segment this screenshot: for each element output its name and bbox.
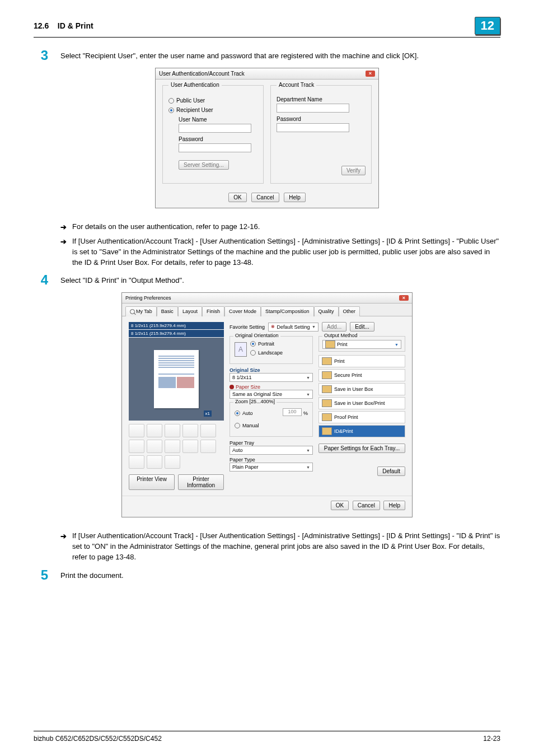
password2-field[interactable] <box>277 123 349 132</box>
step-3-number: 3 <box>34 49 48 62</box>
password-field[interactable] <box>179 143 251 152</box>
orientation-group: Original Orientation <box>233 333 280 338</box>
paper-type-label: Paper Type <box>229 457 313 463</box>
arrow-icon: ➔ <box>60 222 67 233</box>
search-icon <box>130 309 135 314</box>
account-track-group: Account Track <box>277 82 316 88</box>
step-3-bullet-1: For details on the user authentication, … <box>72 222 260 233</box>
layout-icon[interactable] <box>165 424 180 437</box>
output-idprint[interactable]: ID&Print <box>318 425 405 437</box>
preview-area: x1 <box>129 338 224 421</box>
cancel-button[interactable]: Cancel <box>353 501 380 510</box>
verify-button[interactable]: Verify <box>341 166 366 175</box>
zoom-auto-radio[interactable]: Auto 100 % <box>235 407 308 419</box>
preview-size-2: 8 1/2x11 (215.9x279.4 mm) <box>129 330 224 337</box>
help-button[interactable]: Help <box>383 501 405 510</box>
zoom-manual-radio[interactable]: Manual <box>235 423 308 428</box>
recipient-user-radio[interactable]: Recipient User <box>168 107 257 113</box>
user-auth-group: User Authentication <box>168 82 222 88</box>
landscape-radio[interactable]: Landscape <box>250 350 283 356</box>
department-name-field[interactable] <box>277 104 349 113</box>
tab-cover[interactable]: Cover Mode <box>224 306 261 316</box>
section-title: ID & Print <box>58 21 93 30</box>
layout-icon[interactable] <box>182 440 198 453</box>
ok-button[interactable]: OK <box>331 501 349 510</box>
default-button[interactable]: Default <box>377 466 405 476</box>
portrait-radio[interactable]: Portrait <box>250 341 283 347</box>
layout-icon[interactable] <box>147 424 162 437</box>
layout-icon[interactable] <box>200 440 216 453</box>
server-setting-button[interactable]: Server Setting... <box>179 160 229 170</box>
favorite-label: Favorite Setting <box>229 324 265 330</box>
output-savebox[interactable]: Save in User Box <box>318 383 405 395</box>
public-user-radio[interactable]: Public User <box>168 97 257 104</box>
preview-size-1: 8 1/2x11 (215.9x279.4 mm) <box>129 322 224 329</box>
close-icon[interactable]: × <box>366 71 375 77</box>
layout-icon[interactable] <box>129 424 144 437</box>
footer-page: 12-23 <box>483 735 500 743</box>
tab-other[interactable]: Other <box>339 306 360 316</box>
step-3-text: Select "Recipient User", enter the user … <box>60 51 500 62</box>
paper-size-dropdown[interactable]: Same as Original Size▼ <box>229 390 313 399</box>
tab-basic[interactable]: Basic <box>157 306 178 316</box>
user-name-label: User Name <box>179 116 257 123</box>
layout-icon[interactable] <box>200 424 216 437</box>
tab-quality[interactable]: Quality <box>314 306 339 316</box>
password-label: Password <box>179 136 257 142</box>
step-3-bullet-2: If [User Authentication/Account Track] -… <box>72 236 500 268</box>
edit-button[interactable]: Edit... <box>350 322 374 332</box>
tab-stamp[interactable]: Stamp/Composition <box>261 306 314 316</box>
printing-preferences-dialog: Printing Preferences × My Tab Basic Layo… <box>121 292 413 517</box>
step-4-number: 4 <box>34 273 48 287</box>
arrow-icon: ➔ <box>60 237 67 268</box>
printer-info-button[interactable]: Printer Information <box>178 474 224 490</box>
output-saveprint[interactable]: Save in User Box/Print <box>318 397 405 409</box>
layout-icon[interactable] <box>129 440 144 453</box>
original-size-dropdown[interactable]: 8 1/2x11▼ <box>229 373 313 382</box>
layout-icon[interactable] <box>165 440 180 453</box>
output-method-group: Output Method <box>322 333 359 338</box>
auth-dialog-title: User Authentication/Account Track <box>159 71 245 77</box>
output-proof[interactable]: Proof Print <box>318 411 405 423</box>
add-button[interactable]: Add... <box>322 322 346 332</box>
layout-icon[interactable] <box>165 455 180 469</box>
page-header: 12.6 ID & Print 12 <box>34 17 500 38</box>
zoom-value[interactable]: 100 <box>283 408 302 416</box>
tab-layout[interactable]: Layout <box>178 306 202 316</box>
paper-tray-label: Paper Tray <box>229 440 313 446</box>
user-name-field[interactable] <box>179 124 251 133</box>
paper-tray-dropdown[interactable]: Auto▼ <box>229 446 313 455</box>
section-number: 12.6 <box>34 21 49 30</box>
chevron-down-icon: ▼ <box>312 325 316 329</box>
layout-icon[interactable] <box>182 424 198 437</box>
output-method-dropdown[interactable]: Print▼ <box>322 340 401 349</box>
department-name-label: Department Name <box>277 96 366 102</box>
printer-icon <box>325 340 335 348</box>
layout-icon[interactable] <box>147 440 162 453</box>
zoom-group: Zoom [25...400%] <box>233 399 277 404</box>
step-4-text: Select "ID & Print" in "Output Method". <box>60 276 500 286</box>
tab-mytab[interactable]: My Tab <box>125 306 157 316</box>
help-button[interactable]: Help <box>284 193 306 202</box>
output-print[interactable]: Print <box>318 355 405 367</box>
page-footer: bizhub C652/C652DS/C552/C552DS/C452 12-2… <box>34 731 500 743</box>
auth-dialog: User Authentication/Account Track × User… <box>155 68 379 208</box>
layout-icon[interactable] <box>129 455 144 469</box>
tab-finish[interactable]: Finish <box>202 306 224 316</box>
arrow-icon: ➔ <box>60 531 67 563</box>
printer-view-button[interactable]: Printer View <box>129 474 175 490</box>
paper-settings-button[interactable]: Paper Settings for Each Tray... <box>318 444 405 453</box>
footer-model: bizhub C652/C652DS/C552/C552DS/C452 <box>34 735 162 743</box>
ok-button[interactable]: OK <box>228 193 246 202</box>
output-secure[interactable]: Secure Print <box>318 369 405 381</box>
paper-type-dropdown[interactable]: Plain Paper▼ <box>229 463 313 472</box>
layout-icon[interactable] <box>147 455 162 469</box>
close-icon[interactable]: × <box>399 295 409 301</box>
cancel-button[interactable]: Cancel <box>251 193 279 202</box>
prefs-dialog-title: Printing Preferences <box>125 295 171 301</box>
step-5-number: 5 <box>34 568 48 582</box>
chapter-badge: 12 <box>475 17 500 35</box>
original-size-label: Original Size <box>229 367 313 373</box>
step-5-text: Print the document. <box>60 571 500 581</box>
favorite-dropdown[interactable]: ❋ Default Setting▼ <box>268 323 318 332</box>
